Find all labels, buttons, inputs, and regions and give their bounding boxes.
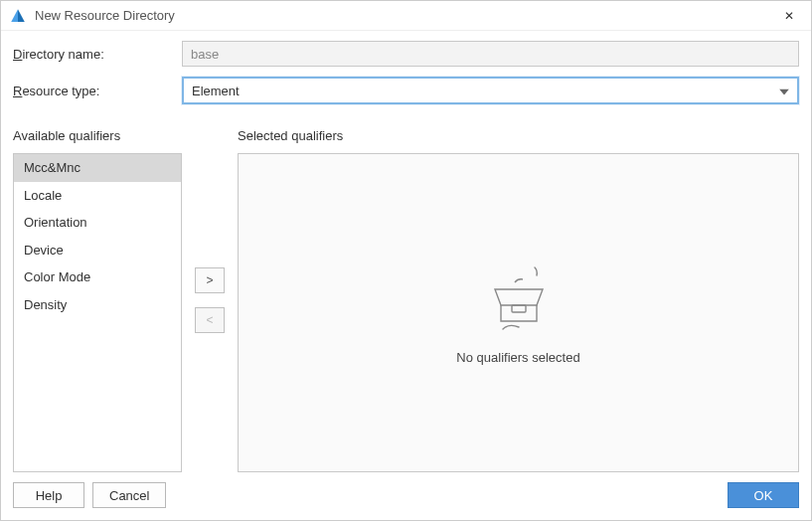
empty-box-icon	[479, 261, 559, 350]
directory-name-field-wrap	[182, 41, 799, 67]
directory-name-input[interactable]	[182, 41, 799, 67]
selected-label: Selected qualifiers	[238, 128, 799, 143]
resource-type-select[interactable]: Element	[182, 77, 799, 104]
resource-type-field-wrap: Element	[182, 77, 799, 104]
cancel-button[interactable]: Cancel	[92, 482, 166, 508]
selected-empty-panel: No qualifiers selected	[238, 153, 799, 472]
available-list[interactable]: Mcc&MncLocaleOrientationDeviceColor Mode…	[13, 153, 182, 472]
add-qualifier-button[interactable]: >	[195, 267, 225, 293]
form-area: Directory name: Resource type: Element	[1, 31, 811, 120]
footer: Help Cancel OK	[1, 472, 811, 520]
qualifiers-body: Available qualifiers Mcc&MncLocaleOrient…	[1, 120, 811, 472]
directory-name-row: Directory name:	[13, 41, 799, 67]
ok-button[interactable]: OK	[728, 482, 799, 508]
dialog-window: New Resource Directory ✕ Directory name:…	[0, 0, 812, 521]
close-icon: ✕	[784, 9, 794, 23]
list-item[interactable]: Color Mode	[14, 263, 181, 291]
titlebar: New Resource Directory ✕	[1, 1, 811, 31]
list-item[interactable]: Mcc&Mnc	[14, 154, 181, 182]
svg-rect-0	[512, 305, 526, 312]
resource-type-label: Resource type:	[13, 84, 182, 98]
empty-text: No qualifiers selected	[456, 350, 579, 365]
resource-type-value: Element	[182, 77, 799, 104]
selected-column: Selected qualifiers No qualifiers select…	[238, 128, 799, 472]
available-column: Available qualifiers Mcc&MncLocaleOrient…	[13, 128, 182, 472]
list-item[interactable]: Density	[14, 291, 181, 319]
directory-name-label: Directory name:	[13, 47, 182, 62]
available-label: Available qualifiers	[13, 128, 182, 143]
window-title: New Resource Directory	[35, 8, 771, 23]
transfer-column: > <	[182, 128, 238, 472]
list-item[interactable]: Locale	[14, 182, 181, 210]
help-button[interactable]: Help	[13, 482, 84, 508]
remove-qualifier-button[interactable]: <	[195, 307, 225, 333]
list-item[interactable]: Device	[14, 237, 181, 264]
app-logo-icon	[9, 7, 27, 25]
close-button[interactable]: ✕	[771, 3, 807, 29]
list-item[interactable]: Orientation	[14, 209, 181, 237]
resource-type-row: Resource type: Element	[13, 77, 799, 104]
